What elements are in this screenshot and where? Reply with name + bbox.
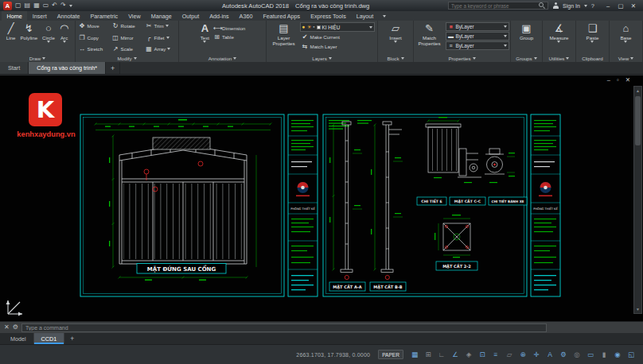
rotate-tool[interactable]: ↻Rotate xyxy=(111,22,143,29)
sheet-elevation[interactable]: MẶT ĐỨNG SAU CỔNG xyxy=(80,114,318,298)
plot-icon[interactable]: ▭ xyxy=(43,2,49,10)
stretch-tool[interactable]: ↔Stretch xyxy=(78,45,110,52)
workspace-gear-icon[interactable]: ⚙ xyxy=(558,349,569,360)
isolate-objects-icon[interactable]: ◉ xyxy=(612,349,623,360)
panel-label-layers[interactable]: Layers xyxy=(267,54,377,62)
doc-minimize-button[interactable]: – xyxy=(607,77,610,83)
panel-label-clipboard[interactable]: Clipboard xyxy=(576,54,609,62)
minimize-button[interactable]: – xyxy=(602,2,614,10)
doc-restore-button[interactable]: ▫ xyxy=(617,77,619,83)
isometric-drafting-icon[interactable]: ◈ xyxy=(463,349,474,360)
mirror-tool[interactable]: ◫Mirror xyxy=(111,34,143,41)
ribbon-tab-view[interactable]: View xyxy=(123,11,146,21)
ribbon-tab-output[interactable]: Output xyxy=(177,11,205,21)
sheet-sections[interactable]: CHI TIẾT E MẶT CẮT C-C CHI TIẾT BÁNH XE xyxy=(322,114,561,298)
panel-label-annotation[interactable]: Annotation xyxy=(179,54,266,62)
ribbon-tab-featured-apps[interactable]: Featured Apps xyxy=(258,11,306,21)
grid-icon[interactable]: ▦ xyxy=(409,349,420,360)
panel-label-groups[interactable]: Groups xyxy=(511,54,542,62)
ribbon-tab-express-tools[interactable]: Express Tools xyxy=(306,11,352,21)
panel-label-utilities[interactable]: Utilities xyxy=(543,54,575,62)
ribbon-tab-a360[interactable]: A360 xyxy=(234,11,258,21)
match-layer-button[interactable]: ⇆ Match Layer xyxy=(300,42,375,50)
restore-button[interactable]: ▢ xyxy=(614,2,627,10)
scrollbar-thumb[interactable] xyxy=(635,96,641,145)
ribbon-tab-layout[interactable]: Layout xyxy=(351,11,379,21)
layer-dropdown-chevron-icon[interactable] xyxy=(369,26,372,29)
table-tool[interactable]: ⊞Table xyxy=(212,33,246,41)
move-tool[interactable]: ✥Move xyxy=(78,22,110,29)
layer-properties-tool[interactable]: ▤ Layer Properties xyxy=(270,22,298,46)
sign-in-dropdown-icon[interactable] xyxy=(584,5,587,7)
scale-tool[interactable]: ↗Scale xyxy=(111,45,143,52)
drawing-canvas[interactable]: K kenhxaydung.vn xyxy=(0,76,643,321)
object-color-dropdown[interactable]: ■ ByLayer xyxy=(446,22,509,31)
arc-tool[interactable]: ◠ Arc xyxy=(58,22,70,43)
trim-tool[interactable]: ✂Trim xyxy=(145,22,177,29)
new-layout-button[interactable]: + xyxy=(64,333,80,344)
tab-ccd1[interactable]: CCD1 xyxy=(34,333,65,344)
autocad-app-icon[interactable]: A xyxy=(3,2,12,10)
ribbon-tab-annotate[interactable]: Annotate xyxy=(52,11,85,21)
ribbon-tab-parametric[interactable]: Parametric xyxy=(85,11,123,21)
sign-in-button[interactable]: Sign In xyxy=(563,3,580,9)
vertical-scrollbar[interactable]: ▲ ▼ xyxy=(633,86,642,314)
circle-tool[interactable]: ○ Circle xyxy=(41,22,57,43)
array-tool[interactable]: ▦Array xyxy=(145,45,177,52)
layer-dropdown[interactable]: ● ☀ ▪ KI HIỆU xyxy=(300,22,375,32)
panel-label-draw[interactable]: Draw xyxy=(0,54,75,62)
linetype-dropdown[interactable]: ▬ ByLayer xyxy=(446,32,509,41)
command-close-icon[interactable]: ✕ xyxy=(4,323,10,331)
layer-freeze-icon[interactable]: ☀ xyxy=(306,25,311,29)
lock-ui-icon[interactable]: ▮ xyxy=(598,349,610,360)
tab-active-drawing[interactable]: Cổng ra vào công trình* xyxy=(29,62,106,74)
polyline-tool[interactable]: ↯ Polyline xyxy=(18,22,39,41)
dimension-tool[interactable]: ⟷Dimension xyxy=(212,25,246,32)
open-file-icon[interactable]: ▤ xyxy=(25,2,31,10)
lineweight-icon[interactable]: ≡ xyxy=(490,349,501,360)
copy-tool[interactable]: ❐Copy xyxy=(78,34,110,41)
quick-properties-icon[interactable]: ▭ xyxy=(585,349,596,360)
help-icon[interactable]: ? xyxy=(591,2,594,10)
save-icon[interactable]: ▦ xyxy=(33,2,40,10)
object-snap-icon[interactable]: ⊡ xyxy=(477,349,488,360)
keyword-search-box[interactable] xyxy=(448,2,548,10)
undo-icon[interactable]: ↶ xyxy=(52,2,57,10)
fillet-tool[interactable]: ╭Fillet xyxy=(145,34,177,41)
annotation-monitor-icon[interactable]: ◎ xyxy=(571,349,583,360)
new-drawing-button[interactable]: + xyxy=(106,62,120,74)
ortho-mode-icon[interactable]: ∟ xyxy=(436,349,447,360)
panel-label-block[interactable]: Block xyxy=(378,54,413,62)
insert-block-tool[interactable]: ▱ Insert xyxy=(388,22,403,43)
redo-icon[interactable]: ↷ xyxy=(60,2,66,10)
ribbon-tab-home[interactable]: Home xyxy=(2,11,27,21)
search-input[interactable] xyxy=(451,3,539,9)
ribbon-tab-insert[interactable]: Insert xyxy=(27,11,52,21)
panel-label-view[interactable]: View xyxy=(610,54,642,62)
ribbon-collapse-icon[interactable] xyxy=(379,11,390,21)
dynamic-ucs-icon[interactable]: ✛ xyxy=(531,349,542,360)
base-view-tool[interactable]: ⌂ Base xyxy=(618,22,633,43)
annotation-visibility-icon[interactable]: A xyxy=(544,349,555,360)
make-current-button[interactable]: ✔ Make Current xyxy=(300,33,375,41)
panel-label-modify[interactable]: Modify xyxy=(76,56,178,63)
layer-on-icon[interactable]: ● xyxy=(302,25,306,29)
scroll-down-icon[interactable]: ▼ xyxy=(634,305,641,313)
ribbon-tab-manage[interactable]: Manage xyxy=(146,11,177,21)
line-tool[interactable]: ╱ Line xyxy=(5,22,18,41)
lineweight-dropdown[interactable]: ≡ ByLayer xyxy=(446,41,509,50)
transparency-icon[interactable]: ▱ xyxy=(504,349,515,360)
doc-close-button[interactable]: ✕ xyxy=(625,77,630,83)
text-tool[interactable]: A Text xyxy=(199,22,211,43)
paste-tool[interactable]: ❑ Paste xyxy=(585,22,601,43)
scroll-up-icon[interactable]: ▲ xyxy=(634,87,641,95)
paper-space-toggle[interactable]: PAPER xyxy=(378,350,403,359)
command-customize-icon[interactable]: ⚙ xyxy=(13,323,18,331)
panel-label-properties[interactable]: Properties xyxy=(414,54,510,62)
new-file-icon[interactable]: ▢ xyxy=(15,2,21,10)
group-tool[interactable]: ▣ Group xyxy=(518,22,535,41)
tab-model[interactable]: Model xyxy=(3,333,34,344)
clean-screen-icon[interactable]: ◱ xyxy=(625,349,637,360)
command-input[interactable] xyxy=(21,323,547,332)
qat-dropdown-icon[interactable] xyxy=(69,5,72,7)
